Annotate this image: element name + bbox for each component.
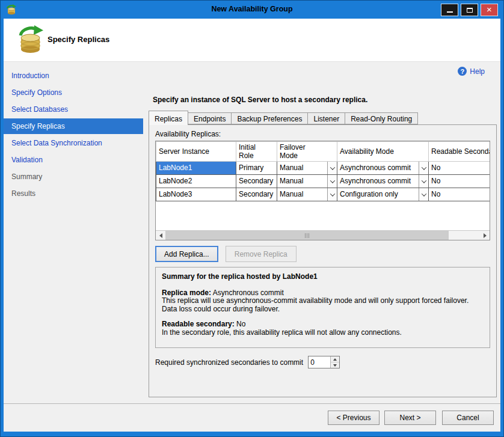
failover-mode-dropdown-button[interactable]: [327, 162, 337, 174]
table-row: LabNode2 Secondary Manual: [156, 175, 490, 188]
sidebar-item-results: Results: [4, 186, 143, 201]
readable-secondary-cell[interactable]: No: [429, 188, 490, 201]
failover-mode-value: Manual: [277, 175, 327, 188]
chevron-down-icon: [421, 165, 426, 170]
initial-role-cell[interactable]: Secondary: [236, 175, 277, 188]
column-header-failover-mode: Failover Mode: [277, 142, 337, 162]
replica-mode-section: Replica mode: Asynchronous commit This r…: [162, 289, 484, 314]
sidebar-item-select-databases[interactable]: Select Databases: [4, 102, 143, 117]
scroll-right-button[interactable]: [480, 231, 490, 240]
sidebar-item-validation[interactable]: Validation: [4, 152, 143, 168]
horizontal-scrollbar[interactable]: [156, 230, 490, 240]
chevron-down-icon: [421, 178, 426, 183]
previous-button[interactable]: < Previous: [328, 411, 380, 425]
failover-mode-cell[interactable]: Manual: [277, 188, 337, 201]
sidebar-item-specify-replicas[interactable]: Specify Replicas: [4, 118, 143, 134]
initial-role-cell[interactable]: Primary: [236, 162, 277, 175]
spinner-up-button[interactable]: [331, 356, 339, 362]
sidebar-item-introduction[interactable]: Introduction: [4, 68, 143, 84]
failover-mode-dropdown-button[interactable]: [327, 175, 337, 188]
table-header-row: Server Instance Initial Role Failover Mo…: [156, 142, 490, 162]
page-title: Specify Replicas: [48, 35, 109, 44]
close-button[interactable]: ×: [481, 4, 498, 16]
availability-replicas-label: Availability Replicas:: [155, 130, 490, 138]
replica-actions: Add Replica... Remove Replica: [155, 246, 490, 262]
sidebar-item-select-data-synchronization[interactable]: Select Data Synchronization: [4, 135, 143, 151]
scrollbar-grip: [307, 233, 307, 238]
tab-read-only-routing[interactable]: Read-Only Routing: [345, 112, 418, 124]
tab-backup-preferences[interactable]: Backup Preferences: [231, 112, 308, 124]
server-instance-cell[interactable]: LabNode3: [156, 188, 236, 201]
readable-secondary-value: No: [236, 320, 245, 328]
sidebar-item-summary: Summary: [4, 169, 143, 185]
replica-mode-description: This replica will use asynchronous-commi…: [162, 297, 484, 313]
chevron-down-icon: [330, 191, 334, 196]
readable-secondary-cell[interactable]: No: [429, 175, 490, 188]
close-icon: ×: [487, 5, 492, 14]
help-icon: ?: [458, 67, 467, 76]
synchronized-secondaries-spinner: [308, 356, 340, 368]
remove-replica-button: Remove Replica: [226, 246, 297, 262]
scrollbar-grip: [305, 233, 306, 238]
up-arrow-icon: [333, 358, 337, 361]
tab-replicas[interactable]: Replicas: [149, 111, 188, 125]
replica-mode-value: Asynchronous commit: [213, 289, 284, 297]
tab-listener[interactable]: Listener: [307, 112, 345, 124]
availability-mode-cell[interactable]: Configuration only: [337, 188, 429, 201]
table-row: LabNode3 Secondary Manual: [156, 188, 490, 201]
scrollbar-track[interactable]: [165, 231, 480, 240]
spinner-buttons: [330, 356, 339, 368]
scrollbar-thumb[interactable]: [165, 231, 449, 240]
help-link[interactable]: ? Help: [458, 67, 485, 76]
instruction-text: Specify an instance of SQL Server to hos…: [153, 96, 367, 104]
next-button[interactable]: Next >: [384, 411, 436, 425]
availability-mode-dropdown-button[interactable]: [419, 162, 428, 174]
grid-viewport: Server Instance Initial Role Failover Mo…: [156, 141, 490, 230]
spinner-down-button[interactable]: [331, 362, 339, 368]
minimize-button[interactable]: [441, 4, 458, 16]
availability-mode-value: Asynchronous commit: [337, 175, 419, 188]
wizard-footer: < Previous Next > Cancel: [4, 403, 500, 432]
scroll-right-icon: [484, 233, 487, 238]
availability-replicas-grid: Server Instance Initial Role Failover Mo…: [155, 141, 490, 240]
sidebar-item-specify-options[interactable]: Specify Options: [4, 85, 143, 100]
failover-mode-value: Manual: [277, 188, 327, 201]
maximize-button[interactable]: [461, 4, 478, 16]
add-replica-button[interactable]: Add Replica...: [155, 246, 218, 262]
availability-mode-cell[interactable]: Asynchronous commit: [337, 162, 429, 175]
column-header-initial-role: Initial Role: [236, 142, 277, 162]
caption-buttons: ×: [441, 4, 498, 16]
tab-endpoints[interactable]: Endpoints: [188, 112, 232, 124]
replica-mode-label: Replica mode:: [162, 289, 211, 297]
initial-role-cell[interactable]: Secondary: [236, 188, 277, 201]
main-content: ? Help Specify an instance of SQL Server…: [143, 62, 500, 403]
readable-secondary-cell[interactable]: No: [429, 162, 490, 175]
availability-mode-cell[interactable]: Asynchronous commit: [337, 175, 429, 188]
dialog-body: Specify Replicas Introduction Specify Op…: [4, 19, 500, 432]
server-instance-cell[interactable]: LabNode1: [156, 162, 236, 175]
summary-title: Summary for the replica hosted by LabNod…: [162, 273, 484, 281]
wizard-steps-sidebar: Introduction Specify Options Select Data…: [4, 62, 143, 403]
help-label: Help: [470, 67, 485, 76]
failover-mode-dropdown-button[interactable]: [327, 188, 337, 201]
failover-mode-cell[interactable]: Manual: [277, 162, 337, 175]
cancel-button[interactable]: Cancel: [442, 411, 494, 425]
scroll-left-button[interactable]: [156, 231, 165, 240]
chevron-down-icon: [421, 191, 426, 196]
column-header-readable-secondary: Readable Secondary: [429, 142, 490, 162]
synchronized-secondaries-input[interactable]: [309, 356, 330, 368]
table-row: LabNode1 Primary Manual: [156, 162, 490, 175]
availability-mode-dropdown-button[interactable]: [419, 188, 428, 201]
failover-mode-cell[interactable]: Manual: [277, 175, 337, 188]
availability-mode-dropdown-button[interactable]: [419, 175, 428, 188]
availability-group-icon: [16, 25, 45, 57]
maximize-icon: [467, 8, 473, 13]
column-header-server-instance: Server Instance: [156, 142, 236, 162]
availability-mode-value: Asynchronous commit: [337, 162, 419, 174]
tab-strip: Replicas Endpoints Backup Preferences Li…: [149, 110, 417, 124]
server-instance-cell[interactable]: LabNode2: [156, 175, 236, 188]
window-title: New Availability Group: [1, 5, 503, 13]
titlebar[interactable]: New Availability Group ×: [1, 1, 503, 19]
readable-secondary-section: Readable secondary: No In the secondary …: [162, 320, 484, 337]
down-arrow-icon: [333, 364, 337, 367]
